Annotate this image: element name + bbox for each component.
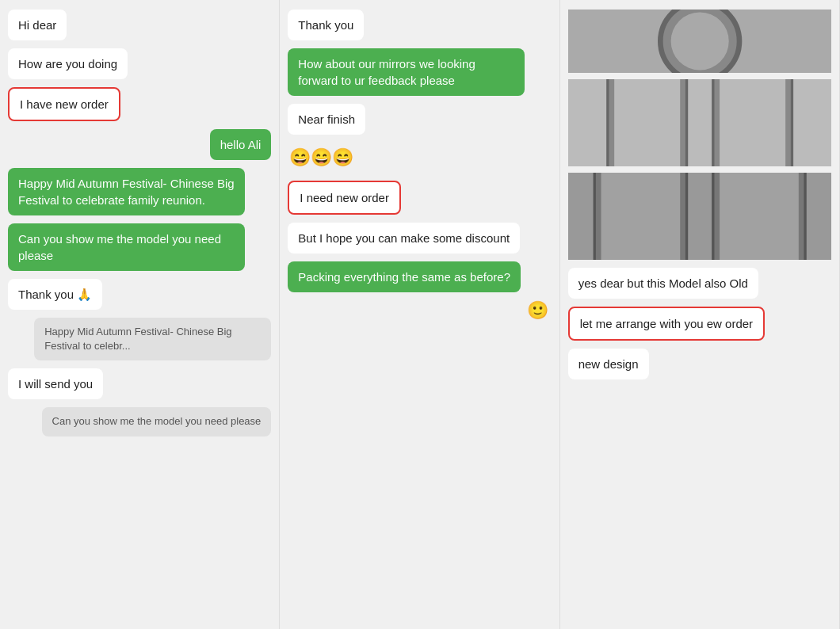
bubble-i-have-new-order: I have new order xyxy=(8,87,120,121)
product-image-2 xyxy=(568,79,831,166)
message-row: I have new order xyxy=(8,87,271,121)
svg-rect-5 xyxy=(614,79,680,166)
message-row: let me arrange with you ew order xyxy=(568,307,831,341)
emoji-icon: 🙂 xyxy=(288,300,551,321)
bubble-i-need-new-order: I need new order xyxy=(288,181,401,215)
bubble-can-you-show: Can you show me the model you need pleas… xyxy=(8,223,245,271)
message-row: yes dear but this Model also Old xyxy=(568,268,831,299)
message-row: I need new order xyxy=(288,181,551,215)
bubble-near-finish: Near finish xyxy=(288,104,365,135)
message-row: Happy Mid Autumn Festival- Chinese Big F… xyxy=(8,318,271,360)
svg-rect-12 xyxy=(720,173,799,260)
chat-column-3: yes dear but this Model also Old let me … xyxy=(560,0,840,629)
message-row: Packing everything the same as before? xyxy=(288,261,551,292)
bubble-new-design: new design xyxy=(568,349,649,379)
message-row: hello Ali xyxy=(8,129,271,160)
chat-column-1: Hi dear How are you doing I have new ord… xyxy=(0,0,280,629)
message-row: Can you show me the model you need pleas… xyxy=(8,223,271,271)
image-area xyxy=(568,10,831,260)
message-row: How about our mirrors we looking forward… xyxy=(288,48,551,96)
message-row: Thank you xyxy=(288,10,551,40)
svg-rect-7 xyxy=(720,79,785,166)
message-row: Near finish xyxy=(288,104,551,135)
message-row: Hi dear xyxy=(8,10,271,40)
message-row: But I hope you can make some discount xyxy=(288,223,551,254)
message-row: Can you show me the model you need pleas… xyxy=(8,407,271,436)
bubble-hi-dear: Hi dear xyxy=(8,10,67,40)
bubble-emoji: 😄😄😄 xyxy=(288,143,355,173)
message-row: new design xyxy=(568,349,831,379)
bubble-thank-you: Thank you xyxy=(288,10,364,40)
bubble-thank-you-pray: Thank you 🙏 xyxy=(8,279,102,310)
bubble-but-hope: But I hope you can make some discount xyxy=(288,223,520,254)
product-image-3 xyxy=(568,173,831,260)
svg-point-2 xyxy=(670,12,728,70)
message-row: How are you doing xyxy=(8,48,271,79)
product-image-1 xyxy=(568,10,831,73)
message-row: 😄😄😄 xyxy=(288,143,551,173)
bubble-how-about-mirrors: How about our mirrors we looking forward… xyxy=(288,48,525,96)
bubble-happy-festival: Happy Mid Autumn Festival- Chinese Big F… xyxy=(8,168,245,215)
bubble-packing: Packing everything the same as before? xyxy=(288,261,521,292)
bubble-i-will-send: I will send you xyxy=(8,368,103,399)
message-row: Thank you 🙏 xyxy=(8,279,271,310)
bubble-can-you-show-small: Can you show me the model you need pleas… xyxy=(42,407,272,436)
chat-column-2: Thank you How about our mirrors we looki… xyxy=(280,0,559,629)
message-row: I will send you xyxy=(8,368,271,399)
bubble-yes-dear: yes dear but this Model also Old xyxy=(568,268,758,299)
bubble-hello-ali: hello Ali xyxy=(210,129,272,160)
bubble-happy-festival-small: Happy Mid Autumn Festival- Chinese Big F… xyxy=(34,318,271,360)
message-row: Happy Mid Autumn Festival- Chinese Big F… xyxy=(8,168,271,215)
bubble-let-me-arrange: let me arrange with you ew order xyxy=(568,307,765,341)
bubble-how-are-you: How are you doing xyxy=(8,48,128,79)
svg-rect-10 xyxy=(601,173,680,260)
